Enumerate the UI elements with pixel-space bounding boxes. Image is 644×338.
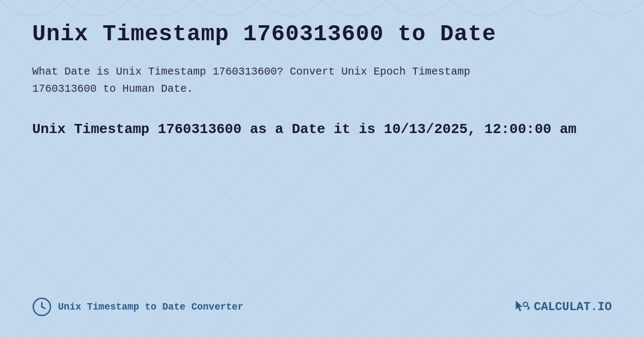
svg-line-12 (527, 306, 530, 308)
logo: CALCULAT.IO (513, 298, 612, 315)
logo-icon (513, 298, 530, 315)
description-text: What Date is Unix Timestamp 1760313600? … (32, 63, 515, 98)
clock-icon (32, 297, 52, 317)
logo-text: CALCULAT.IO (534, 300, 612, 314)
svg-point-10 (41, 306, 43, 308)
page-title: Unix Timestamp 1760313600 to Date (32, 21, 612, 47)
result-section: Unix Timestamp 1760313600 as a Date it i… (32, 119, 612, 140)
footer: Unix Timestamp to Date Converter CALCULA… (32, 292, 612, 317)
footer-left: Unix Timestamp to Date Converter (32, 297, 244, 317)
footer-link-text[interactable]: Unix Timestamp to Date Converter (58, 302, 244, 312)
